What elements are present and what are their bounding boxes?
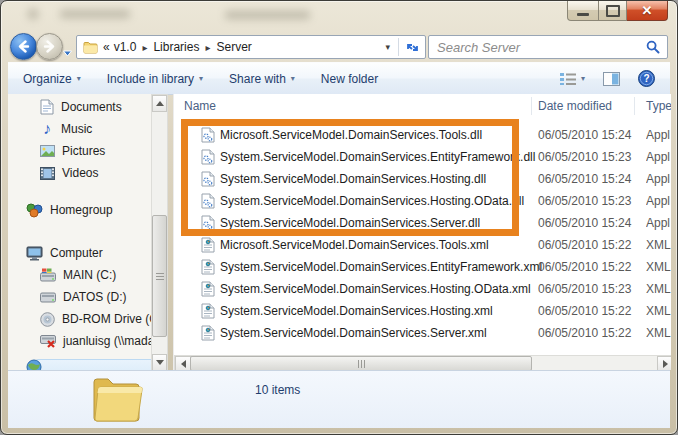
sidebar-item-documents[interactable]: Documents [8, 96, 151, 118]
sidebar-item-datos-d[interactable]: DATOS (D:) [8, 286, 151, 308]
item-count: 10 items [255, 383, 300, 397]
file-type: XML [646, 282, 671, 296]
file-date: 06/05/2010 15:24 [538, 128, 631, 142]
recent-pages-dropdown[interactable] [63, 43, 72, 61]
file-name: System.ServiceModel.DomainServices.Hosti… [220, 282, 531, 296]
sidebar-item-main-c[interactable]: MAIN (C:) [8, 264, 151, 286]
column-header-name[interactable]: Name [184, 94, 216, 118]
help-button[interactable]: ? [629, 67, 664, 91]
chevron-down-icon: ▾ [581, 74, 585, 83]
caption-buttons: ✕ [567, 1, 668, 21]
file-date: 06/05/2010 15:23 [538, 282, 631, 296]
file-date: 06/05/2010 15:22 [538, 238, 631, 252]
navigation-pane: Documents ♪ Music Pictures Videos Homegr… [8, 94, 151, 370]
file-type: Appl [646, 216, 671, 230]
sidebar-item-videos[interactable]: Videos [8, 162, 151, 184]
scroll-up-button[interactable] [152, 95, 167, 112]
file-type: XML [646, 326, 671, 340]
back-button[interactable] [10, 33, 37, 60]
forward-button[interactable] [36, 33, 63, 60]
refresh-icon [406, 41, 419, 54]
filelist-horizontal-scrollbar[interactable] [174, 355, 671, 370]
column-divider[interactable] [634, 97, 635, 115]
sidebar-item-pictures[interactable]: Pictures [8, 140, 151, 162]
scrollbar-thumb[interactable] [190, 356, 532, 370]
chevron-down-icon: ▾ [291, 74, 295, 83]
file-date: 06/05/2010 15:24 [538, 216, 631, 230]
change-view-button[interactable]: ▾ [551, 67, 594, 91]
sidebar-item-computer[interactable]: Computer [8, 242, 151, 264]
titlebar-ghost [28, 9, 38, 19]
breadcrumb-item-server[interactable]: Server [216, 40, 251, 54]
file-row[interactable]: System.ServiceModel.DomainServices.Hosti… [174, 278, 671, 300]
include-in-library-button[interactable]: Include in library ▾ [98, 67, 212, 91]
grip-icon [358, 360, 365, 368]
triangle-left-icon [181, 360, 186, 368]
address-dropdown-caret-icon[interactable]: ▾ [377, 42, 398, 52]
maximize-button[interactable] [599, 1, 627, 21]
scrollbar-thumb[interactable] [152, 215, 167, 337]
back-arrow-icon [17, 40, 30, 53]
xml-file-icon [201, 237, 215, 253]
file-date: 06/05/2010 15:23 [538, 150, 631, 164]
globe-icon [26, 359, 42, 370]
sidebar-item-label: BD-ROM Drive (G: [62, 312, 151, 326]
xml-file-icon [201, 325, 215, 341]
xml-file-icon [201, 303, 215, 319]
details-pane: 10 items [8, 370, 670, 428]
organize-button[interactable]: Organize ▾ [14, 67, 90, 91]
sidebar-item-music[interactable]: ♪ Music [8, 118, 151, 140]
file-row[interactable]: Microsoft.ServiceModel.DomainServices.To… [174, 234, 671, 256]
disc-drive-icon [40, 312, 55, 327]
triangle-down-icon [156, 360, 164, 365]
drive-icon [40, 292, 56, 303]
forward-arrow-icon [43, 40, 56, 53]
preview-pane-icon [603, 72, 620, 86]
file-row[interactable]: System.ServiceModel.DomainServices.Entit… [174, 256, 671, 278]
breadcrumb-separator-icon[interactable]: ▸ [199, 42, 216, 53]
sidebar-item-homegroup[interactable]: Homegroup [8, 199, 151, 221]
minimize-icon [577, 13, 589, 16]
breadcrumb-overflow[interactable]: « [103, 40, 114, 54]
file-name: System.ServiceModel.DomainServices.Serve… [220, 326, 487, 340]
scroll-right-button[interactable] [657, 356, 671, 370]
svg-text:?: ? [643, 73, 649, 84]
breadcrumb-separator-icon[interactable]: ▸ [136, 42, 153, 53]
file-date: 06/05/2010 15:24 [538, 172, 631, 186]
sidebar-item-bdrom-g[interactable]: BD-ROM Drive (G: [8, 308, 151, 330]
titlebar-ghost [225, 11, 310, 19]
column-header-type[interactable]: Type [646, 94, 671, 118]
new-folder-button[interactable]: New folder [312, 67, 387, 91]
address-bar[interactable]: « v1.0 ▸ Libraries ▸ Server ▾ [76, 35, 426, 59]
sidebar-item-juanluisg[interactable]: juanluisg (\\mada [8, 330, 151, 352]
minimize-button[interactable] [567, 1, 599, 21]
list-view-icon [560, 72, 576, 85]
sidebar-item-label: Pictures [62, 144, 105, 158]
column-header-date-modified[interactable]: Date modified [538, 94, 612, 118]
refresh-button[interactable] [399, 41, 425, 54]
close-button[interactable]: ✕ [627, 1, 668, 21]
command-bar: Organize ▾ Include in library ▾ Share wi… [8, 62, 670, 95]
search-input[interactable]: Search Server [429, 40, 520, 55]
folder-icon [88, 374, 146, 424]
search-icon[interactable] [646, 40, 667, 54]
help-icon: ? [638, 70, 655, 87]
grip-icon [156, 273, 164, 280]
scroll-down-button[interactable] [152, 354, 167, 371]
breadcrumb-item-libraries[interactable]: Libraries [153, 40, 199, 54]
sidebar-item-label: Music [61, 122, 92, 136]
share-with-button[interactable]: Share with ▾ [220, 67, 304, 91]
chevron-down-icon: ▾ [77, 74, 81, 83]
preview-pane-button[interactable] [594, 67, 629, 91]
file-type: Appl [646, 194, 671, 208]
file-name: Microsoft.ServiceModel.DomainServices.To… [220, 238, 489, 252]
file-row[interactable]: System.ServiceModel.DomainServices.Hosti… [174, 300, 671, 322]
breadcrumb-item-v10[interactable]: v1.0 [114, 40, 137, 54]
sidebar-item-network-partial[interactable] [8, 356, 151, 370]
file-row[interactable]: System.ServiceModel.DomainServices.Serve… [174, 322, 671, 344]
highlight-annotation-box [181, 119, 519, 236]
share-with-label: Share with [229, 72, 286, 86]
sidebar-scrollbar[interactable] [151, 94, 168, 372]
file-type: XML [646, 304, 671, 318]
column-divider[interactable] [531, 97, 532, 115]
